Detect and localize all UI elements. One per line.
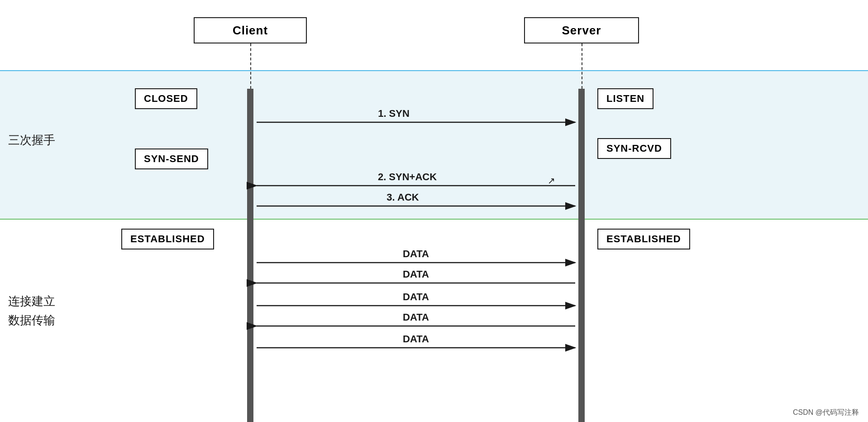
handshake-label: 三次握手 xyxy=(8,131,55,149)
client-label: Client xyxy=(233,24,268,38)
client-lifeline xyxy=(250,43,251,89)
server-label: Server xyxy=(562,24,601,38)
server-syn-rcvd-box: SYN-RCVD xyxy=(597,138,671,159)
server-header: Server xyxy=(524,17,639,43)
data1-label: DATA xyxy=(403,248,429,259)
client-closed-box: CLOSED xyxy=(135,88,197,109)
server-activation xyxy=(578,89,585,422)
client-established-box: ESTABLISHED xyxy=(121,229,214,249)
established-label: 连接建立 数据传输 xyxy=(8,292,55,330)
data3-label: DATA xyxy=(403,291,429,302)
client-header: Client xyxy=(194,17,307,43)
server-listen-box: LISTEN xyxy=(597,88,653,109)
server-lifeline xyxy=(582,43,582,89)
data4-label: DATA xyxy=(403,312,429,323)
data2-label: DATA xyxy=(403,269,429,280)
handshake-band xyxy=(0,70,868,220)
data5-label: DATA xyxy=(403,333,429,345)
client-activation xyxy=(247,89,253,422)
server-established-box: ESTABLISHED xyxy=(597,229,690,249)
watermark: CSDN @代码写注释 xyxy=(793,408,859,417)
client-syn-send-box: SYN-SEND xyxy=(135,149,208,169)
